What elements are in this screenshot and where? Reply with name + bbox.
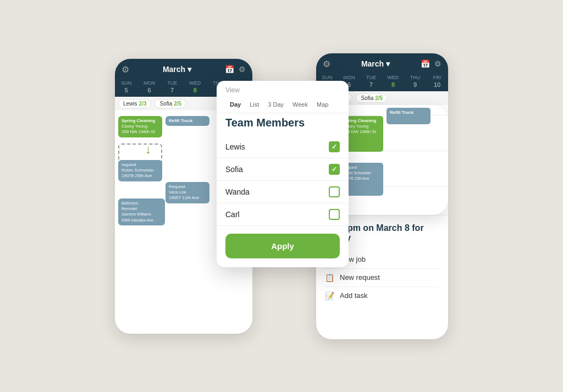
lewis-checkbox[interactable] [329,141,340,152]
add-task-icon: 📝 [325,291,334,300]
member-name-carl: Carl [225,210,240,219]
new-request-label: New request [340,273,380,281]
calendar-icon[interactable]: 📅 [225,65,234,74]
new-request-item[interactable]: 📋 New request [325,269,439,287]
new-request-icon: 📋 [325,273,334,282]
right-month-title: March ▾ [361,59,390,68]
right-calendar-icon[interactable]: 📅 [421,59,430,68]
left-phone-header: ⚙ March ▾ 📅 ⚙ [115,59,252,78]
member-row-carl[interactable]: Carl [217,203,349,226]
popup-view-label: View [217,81,349,94]
event-spring-cleaning[interactable]: Spring CleaningCasey Young289 NW 198th S… [118,116,162,137]
tab-map[interactable]: Map [312,100,333,109]
right-day-fri: FRI10 [426,75,448,88]
member-name-lewis: Lewis [225,142,245,151]
lewis-badge[interactable]: Lewis2/3 [118,99,151,108]
tab-3day[interactable]: 3 Day [263,100,288,109]
member-row-lewis[interactable]: Lewis [217,136,349,158]
member-row-sofia[interactable]: Sofia [217,158,349,181]
add-task-item[interactable]: 📝 Add task [325,287,439,305]
event-request-robin[interactable]: requestRobin Schneider19078 25th Ave [118,160,162,181]
wanda-checkbox[interactable] [329,186,340,197]
month-label: March [163,65,185,74]
carl-checkbox[interactable] [329,209,340,220]
team-members-popup: View Day List 3 Day Week Map Team Member… [217,81,349,267]
right-event-refill[interactable]: Refill Truck [387,108,430,124]
right-day-wed: WED8 [382,75,404,88]
day-wed: WED8 [184,80,207,93]
gear-icon[interactable]: ⚙ [122,64,129,75]
right-filter-icon[interactable]: ⚙ [434,59,441,68]
right-gear-icon[interactable]: ⚙ [323,59,330,69]
day-tue: TUE7 [161,80,184,93]
right-chevron-icon[interactable]: ▾ [386,59,390,68]
chevron-icon[interactable]: ▾ [187,65,191,74]
sofia-checkbox[interactable] [329,164,340,175]
event-refill-truck[interactable]: Refill Truck [165,116,209,126]
add-task-label: Add task [340,291,368,300]
right-day-thu: THU9 [404,75,426,88]
member-name-sofia: Sofia [225,165,243,174]
tab-day[interactable]: Day [225,100,245,109]
tab-week[interactable]: Week [288,100,312,109]
day-sun: SUN5 [115,80,138,93]
popup-title: Team Members [217,113,349,136]
sofia-badge[interactable]: Sofia2/5 [154,99,186,108]
right-phone-header: ⚙ March ▾ 📅 ⚙ [316,53,448,73]
month-title: March ▾ [163,65,191,74]
popup-tabs: Day List 3 Day Week Map [217,94,349,113]
event-request-vera[interactable]: RequestVera Lee19057 11th Ave [165,182,209,203]
right-header-icons: 📅 ⚙ [421,59,441,68]
right-sofia-badge[interactable]: Sofia2/5 [356,93,388,103]
right-month-label: March [361,59,384,68]
member-row-wanda[interactable]: Wanda [217,181,349,203]
tab-list[interactable]: List [245,100,263,109]
member-name-wanda: Wanda [225,187,250,196]
apply-button[interactable]: Apply [225,234,340,258]
header-icons: 📅 ⚙ [225,65,246,74]
filter-icon[interactable]: ⚙ [239,65,246,74]
day-mon: MON6 [138,80,161,93]
right-day-tue: TUE7 [360,75,382,88]
event-bathroom-remodel[interactable]: BathroomRemodelJasmine Williams4566 Inte… [118,198,165,226]
